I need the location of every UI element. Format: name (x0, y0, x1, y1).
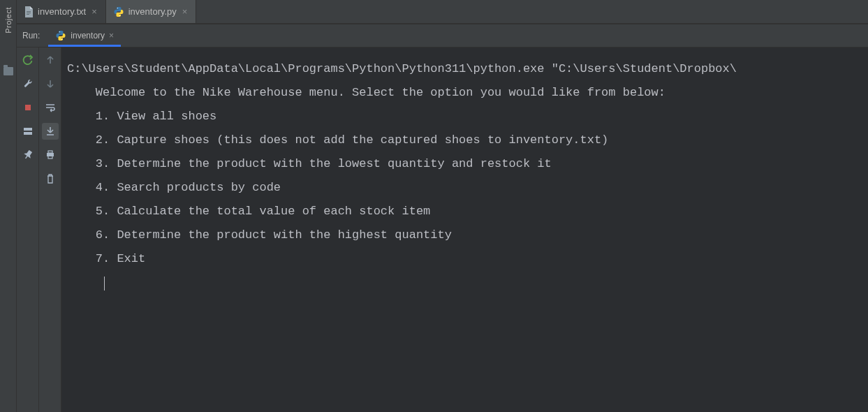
tab-inventory-txt[interactable]: inventory.txt × (17, 0, 106, 23)
scroll-end-icon (45, 126, 55, 136)
svg-point-5 (59, 31, 60, 32)
svg-rect-1 (27, 13, 31, 13)
print-icon (45, 150, 55, 160)
console-line: Welcome to the Nike Warehouse menu. Sele… (67, 81, 868, 105)
layout-icon (23, 126, 33, 136)
scroll-to-end-button[interactable] (42, 123, 59, 140)
run-body: C:\Users\Student\AppData\Local\Programs\… (17, 47, 868, 412)
console-line: 3. Determine the product with the lowest… (67, 152, 868, 176)
svg-point-3 (117, 8, 117, 8)
arrow-up-icon (45, 55, 55, 65)
soft-wrap-button[interactable] (42, 99, 59, 116)
run-panel-header: Run: inventory × (17, 24, 868, 47)
tab-inventory-py[interactable]: inventory.py × (106, 0, 197, 23)
svg-point-4 (119, 15, 120, 15)
run-tab-label: inventory (71, 31, 105, 41)
svg-rect-8 (24, 128, 32, 131)
svg-rect-7 (25, 105, 31, 110)
project-tool-window-bar[interactable]: Project (0, 0, 17, 412)
delete-button[interactable] (42, 170, 59, 187)
console-line: 5. Calculate the total value of each sto… (67, 200, 868, 223)
console-line: 6. Determine the product with the highes… (67, 223, 868, 247)
close-icon[interactable]: × (90, 6, 98, 17)
run-label: Run: (22, 31, 40, 41)
up-button[interactable] (42, 52, 59, 68)
wrap-icon (45, 103, 56, 112)
run-toolbar-secondary (39, 47, 61, 412)
stop-icon (23, 103, 33, 112)
run-tab-inventory[interactable]: inventory × (48, 24, 121, 47)
rerun-icon (22, 54, 34, 66)
close-icon[interactable]: × (181, 6, 189, 17)
settings-button[interactable] (20, 75, 36, 92)
svg-rect-10 (48, 151, 52, 153)
editor-tabs: inventory.txt × inventory.py × (17, 0, 868, 24)
main-content: inventory.txt × inventory.py × Run: (17, 0, 868, 412)
console-output[interactable]: C:\Users\Student\AppData\Local\Programs\… (61, 47, 868, 412)
console-line: 7. Exit (67, 247, 868, 271)
trash-icon (45, 174, 55, 184)
rerun-button[interactable] (20, 52, 36, 68)
console-line: 4. Search products by code (67, 176, 868, 200)
wrench-icon (22, 78, 34, 89)
python-file-icon (113, 6, 124, 17)
svg-rect-9 (24, 132, 32, 135)
pin-button[interactable] (20, 147, 36, 163)
layout-button[interactable] (20, 123, 36, 140)
svg-rect-2 (27, 14, 29, 15)
console-line: 2. Capture shoes (this does not add the … (67, 128, 868, 152)
python-file-icon (55, 30, 66, 41)
pin-icon (23, 150, 33, 160)
print-button[interactable] (42, 147, 59, 163)
svg-rect-0 (27, 11, 31, 12)
tab-label: inventory.txt (38, 6, 86, 17)
run-toolbar-left (17, 47, 39, 412)
stop-button[interactable] (20, 99, 36, 116)
console-line: 1. View all shoes (67, 105, 868, 128)
arrow-down-icon (45, 79, 55, 89)
console-line: C:\Users\Student\AppData\Local\Programs\… (67, 57, 868, 81)
tab-label: inventory.py (128, 6, 177, 17)
svg-point-6 (61, 39, 62, 40)
project-folder-icon[interactable] (3, 67, 13, 75)
down-button[interactable] (42, 75, 59, 92)
text-cursor (104, 277, 105, 290)
txt-file-icon (24, 6, 34, 17)
project-tool-label: Project (4, 7, 13, 34)
close-icon[interactable]: × (109, 31, 114, 41)
